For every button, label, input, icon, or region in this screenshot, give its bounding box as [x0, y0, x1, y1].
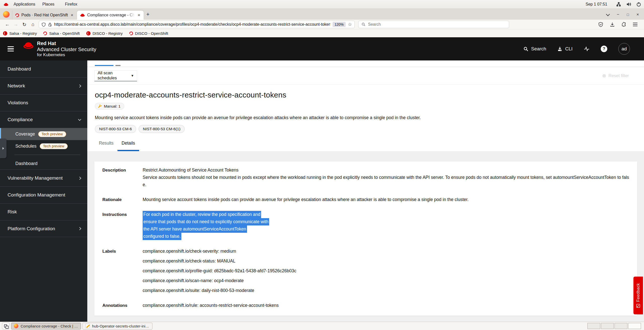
url-input[interactable]: [54, 22, 330, 27]
sidebar-item-risk[interactable]: Risk: [0, 203, 87, 220]
sidebar-item-violations[interactable]: Violations: [0, 94, 87, 111]
help-icon[interactable]: ?: [601, 46, 607, 52]
taskbar-window-firefox[interactable]: Compliance coverage - Check | Re...: [11, 323, 81, 329]
bookmark-salsa-openshift[interactable]: Salsa - OpenShift: [43, 31, 79, 36]
bookmark-disco-registry[interactable]: DISCO - Registry: [86, 31, 123, 36]
tab-results[interactable]: Results: [95, 141, 117, 151]
list-tabs-icon[interactable]: [606, 12, 610, 16]
question-glyph: ?: [603, 46, 605, 51]
rationale-label: Rationale: [102, 196, 143, 203]
standard-label: NIST-800-53 CM-6(1): [139, 125, 185, 133]
browser-tab-pods[interactable]: Pods · Red Hat OpenShift ×: [12, 11, 77, 20]
volume-icon[interactable]: [626, 2, 631, 7]
redhat-distro-icon: [4, 3, 9, 6]
workspace-3[interactable]: [615, 323, 627, 329]
workspace-1[interactable]: [587, 323, 600, 329]
breadcrumb-clipped: [87, 60, 644, 67]
forward-button[interactable]: →: [12, 22, 20, 27]
nav-toggle-button[interactable]: [8, 46, 14, 52]
global-search-button[interactable]: Search: [523, 46, 546, 52]
feedback-pencil-icon: [636, 304, 640, 308]
instructions-line-selected: configured to false.: [143, 233, 181, 240]
lock-icon[interactable]: [48, 22, 52, 27]
reload-button[interactable]: ↻: [20, 22, 29, 27]
extensions-icon[interactable]: [621, 22, 626, 27]
browser-search-box[interactable]: [358, 21, 509, 28]
reset-filter-button[interactable]: ⊗ Reset filter: [602, 73, 629, 79]
tech-preview-badge: Tech preview: [38, 131, 66, 137]
description-row: Description Restrict Automounting of Ser…: [102, 167, 631, 188]
sidebar-item-schedules[interactable]: Schedules Tech preview: [0, 140, 87, 152]
user-avatar[interactable]: ad: [618, 43, 630, 55]
sidebar-nav: Dashboard Network Violations Compliance …: [0, 60, 87, 322]
workspace-4[interactable]: [628, 323, 641, 329]
new-tab-button[interactable]: +: [146, 11, 149, 18]
panel-drag-handle[interactable]: [0, 139, 7, 158]
bookmark-salsa-registry[interactable]: Salsa - Registry: [3, 31, 37, 36]
firefox-menu[interactable]: Firefox: [62, 2, 80, 7]
sidebar-item-coverage[interactable]: Coverage Tech preview: [0, 128, 87, 140]
sidebar-item-compliance-dashboard[interactable]: Dashboard: [0, 157, 87, 170]
home-button[interactable]: ⌂: [29, 22, 37, 27]
firefox-menu-button[interactable]: [633, 23, 637, 26]
cli-download-button[interactable]: CLI: [557, 46, 573, 52]
browser-tab-compliance[interactable]: Compliance coverage - Ch ×: [77, 11, 144, 20]
show-desktop-button[interactable]: [2, 323, 10, 329]
desktop-top-bar: Applications Places Firefox Sep 1 07:51: [0, 0, 644, 9]
breadcrumb-fragment: [95, 65, 113, 66]
bookmark-label: DISCO - Registry: [93, 31, 123, 36]
window-maximize-button[interactable]: □: [627, 13, 629, 17]
sidebar-item-configuration-management[interactable]: Configuration Management: [0, 186, 87, 203]
workspace-switcher: [587, 323, 642, 329]
network-icon[interactable]: [616, 2, 621, 7]
sidebar-item-vulnerability-management[interactable]: Vulnerability Management: [0, 170, 87, 186]
power-icon[interactable]: [636, 2, 641, 7]
page-title: ocp4-moderate-accounts-restrict-service-…: [95, 91, 629, 99]
sidebar-item-compliance[interactable]: Compliance: [0, 111, 87, 128]
window-minimize-button[interactable]: −: [617, 12, 619, 17]
scan-schedule-select[interactable]: All scan schedules ▾: [94, 70, 137, 81]
taskbar-window-editor[interactable]: hub-Operator-secrets-cluster-init-...: [83, 323, 152, 329]
sidebar-item-dashboard[interactable]: Dashboard: [0, 60, 87, 77]
sidebar-item-label: Compliance: [8, 117, 33, 122]
reset-icon: ⊗: [602, 73, 606, 79]
browser-search-input[interactable]: [368, 22, 506, 27]
sidebar-item-label: Network: [8, 83, 25, 89]
firefox-navbar: ← → ↻ ⌂ 120% ☆: [0, 20, 644, 29]
brand-line1: Red Hat: [37, 41, 96, 46]
account-shield-icon[interactable]: [598, 22, 603, 27]
search-icon: [361, 22, 366, 26]
bookmark-disco-openshift[interactable]: DISCO - OpenShift: [129, 31, 168, 36]
zoom-level-badge[interactable]: 120%: [333, 22, 346, 27]
bookmark-star-icon[interactable]: ☆: [348, 22, 352, 27]
feedback-button[interactable]: Feedback: [633, 277, 643, 314]
url-bar[interactable]: 120% ☆: [39, 21, 355, 28]
downloads-icon[interactable]: [610, 22, 615, 27]
tab-title: Compliance coverage - Ch: [87, 13, 135, 17]
sidebar-item-platform-configuration[interactable]: Platform Configuration: [0, 220, 87, 237]
tracking-shield-icon[interactable]: [42, 22, 46, 27]
tab-close-icon[interactable]: ×: [70, 13, 74, 18]
activity-pulse-icon[interactable]: [584, 46, 590, 52]
avatar-initials: ad: [621, 46, 627, 52]
tab-close-icon[interactable]: ×: [137, 13, 141, 18]
cli-label: CLI: [565, 46, 573, 52]
window-close-button[interactable]: ×: [636, 12, 639, 17]
taskbar-window-title: Compliance coverage - Check | Re...: [21, 324, 78, 328]
brand-logo[interactable]: Red Hat Advanced Cluster Security for Ku…: [23, 41, 96, 57]
rationale-row: Rationale Mounting service account token…: [102, 196, 631, 203]
sidebar-item-network[interactable]: Network: [0, 77, 87, 94]
search-icon: [523, 46, 529, 52]
compliance-subnav: Coverage Tech preview Schedules Tech pre…: [0, 128, 87, 170]
openshift-icon: [129, 31, 133, 36]
clock[interactable]: Sep 1 07:51: [586, 2, 607, 7]
applications-menu[interactable]: Applications: [11, 2, 38, 7]
check-header: ocp4-moderate-accounts-restrict-service-…: [87, 85, 644, 151]
sidebar-item-label: Schedules: [15, 144, 36, 149]
label-value: compliance.openshift.io/scan-name: ocp4-…: [143, 277, 631, 284]
check-summary: Mounting service account tokens inside p…: [95, 115, 629, 120]
back-button[interactable]: ←: [3, 22, 12, 27]
tab-details[interactable]: Details: [117, 141, 139, 151]
places-menu[interactable]: Places: [40, 2, 57, 7]
workspace-2[interactable]: [601, 323, 614, 329]
